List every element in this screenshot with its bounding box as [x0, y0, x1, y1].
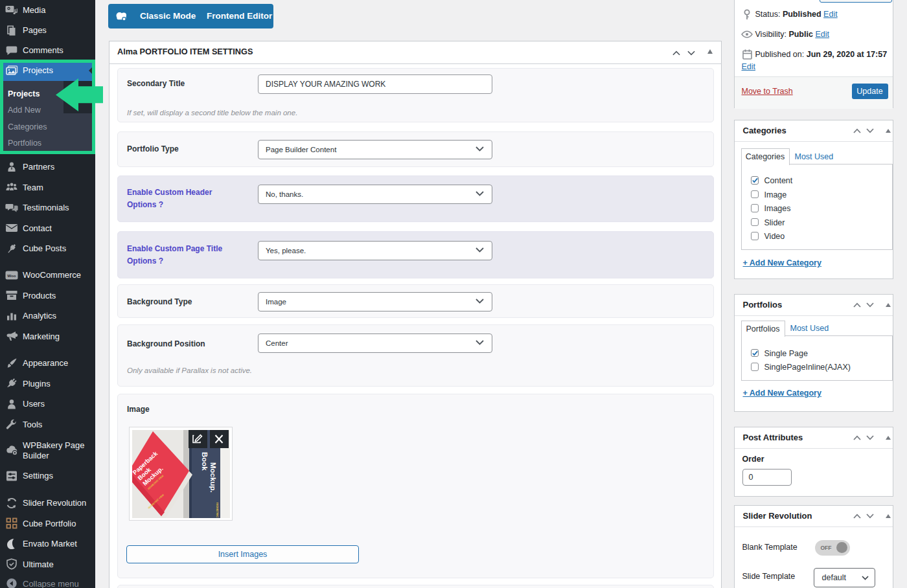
svg-text:Book: Book — [201, 452, 209, 471]
svg-text:Woo: Woo — [7, 273, 16, 278]
svg-text:Mockup.: Mockup. — [209, 462, 217, 493]
svg-text:ISOMETRIC VIEW: ISOMETRIC VIEW — [216, 503, 219, 518]
